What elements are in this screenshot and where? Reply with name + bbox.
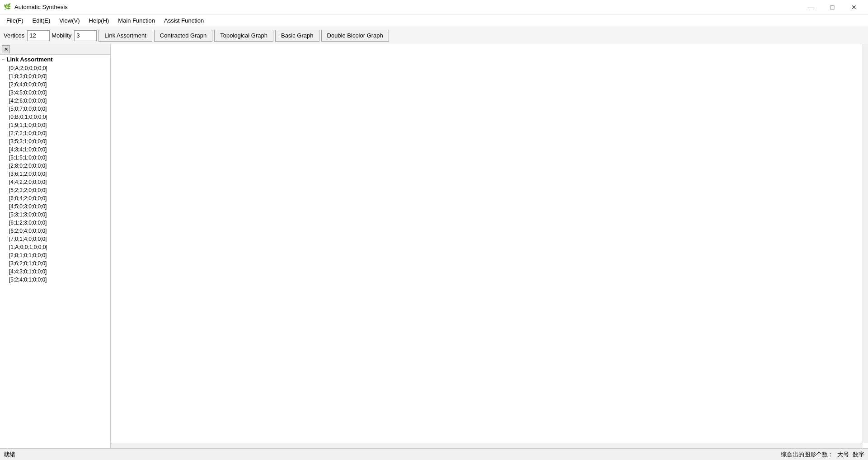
status-right: 综合出的图形个数： 大号 数字 xyxy=(781,451,864,459)
menu-edit[interactable]: Edit(E) xyxy=(28,15,55,26)
tree-item[interactable]: [3;6;1;2;0;0;0;0] xyxy=(0,170,110,178)
menu-file[interactable]: File(F) xyxy=(2,15,28,26)
tree-item[interactable]: [5;1;5;1;0;0;0;0] xyxy=(0,154,110,162)
tree-item[interactable]: [7;0;1;4;0;0;0;0] xyxy=(0,235,110,243)
title-bar: 🌿 Automatic Synthesis — □ ✕ xyxy=(0,0,868,14)
tree-item[interactable]: [0;A;2;0;0;0;0;0] xyxy=(0,64,110,72)
tree-item[interactable]: [4;4;3;0;1;0;0;0] xyxy=(0,268,110,276)
close-button[interactable]: ✕ xyxy=(844,0,864,14)
menu-view[interactable]: View(V) xyxy=(55,15,84,26)
vertical-scrollbar[interactable] xyxy=(863,44,868,443)
tree-item[interactable]: [2;7;2;1;0;0;0;0] xyxy=(0,129,110,137)
tree-item[interactable]: [1;A;0;0;1;0;0;0] xyxy=(0,243,110,251)
tree-item[interactable]: [4;2;6;0;0;0;0;0] xyxy=(0,97,110,105)
left-panel: ✕ − Link Assortment [0;A;2;0;0;0;0;0][1;… xyxy=(0,44,111,448)
contracted-graph-button[interactable]: Contracted Graph xyxy=(154,30,212,42)
basic-graph-button[interactable]: Basic Graph xyxy=(275,30,319,42)
mobility-input[interactable] xyxy=(74,30,97,41)
mobility-label: Mobility xyxy=(52,32,71,39)
tree-root-label: Link Assortment xyxy=(6,56,52,63)
status-ready: 就绪 xyxy=(4,451,15,459)
tree-item[interactable]: [3;5;3;1;0;0;0;0] xyxy=(0,137,110,146)
left-panel-close[interactable]: ✕ xyxy=(2,45,10,53)
tree-item[interactable]: [5;3;1;3;0;0;0;0] xyxy=(0,211,110,219)
link-assortment-button[interactable]: Link Assortment xyxy=(99,30,152,42)
menu-main-function[interactable]: Main Function xyxy=(113,15,160,26)
menu-bar: File(F) Edit(E) View(V) Help(H) Main Fun… xyxy=(0,14,868,27)
tree-item[interactable]: [2;8;1;0;1;0;0;0] xyxy=(0,251,110,259)
tree-item[interactable]: [3;4;5;0;0;0;0;0] xyxy=(0,89,110,97)
tree-item[interactable]: [5;0;7;0;0;0;0;0] xyxy=(0,105,110,113)
tree-item[interactable]: [2;8;0;2;0;0;0;0] xyxy=(0,162,110,170)
tree-item[interactable]: [3;6;2;0;1;0;0;0] xyxy=(0,259,110,268)
tree-item[interactable]: [6;0;4;2;0;0;0;0] xyxy=(0,194,110,202)
tree-item[interactable]: [4;3;4;1;0;0;0;0] xyxy=(0,146,110,154)
horizontal-scrollbar[interactable] xyxy=(111,443,863,448)
maximize-button[interactable]: □ xyxy=(822,0,843,14)
tree-item[interactable]: [1;8;3;0;0;0;0;0] xyxy=(0,72,110,80)
double-bicolor-graph-button[interactable]: Double Bicolor Graph xyxy=(321,30,389,42)
topological-graph-button[interactable]: Topological Graph xyxy=(214,30,273,42)
tree-item[interactable]: [4;5;0;3;0;0;0;0] xyxy=(0,202,110,211)
menu-assist-function[interactable]: Assist Function xyxy=(160,15,208,26)
title-bar-left: 🌿 Automatic Synthesis xyxy=(4,3,68,11)
tree-item[interactable]: [6;2;0;4;0;0;0;0] xyxy=(0,227,110,235)
minimize-button[interactable]: — xyxy=(800,0,821,14)
tree-item[interactable]: [2;6;4;0;0;0;0;0] xyxy=(0,80,110,89)
status-number-label: 数字 xyxy=(853,451,864,459)
tree-collapse-icon: − xyxy=(2,57,5,62)
tree-section[interactable]: − Link Assortment [0;A;2;0;0;0;0;0][1;8;… xyxy=(0,55,110,448)
tree-item[interactable]: [0;B;0;1;0;0;0;0] xyxy=(0,113,110,121)
tree-item[interactable]: [4;4;2;2;0;0;0;0] xyxy=(0,178,110,186)
menu-help[interactable]: Help(H) xyxy=(84,15,114,26)
main-area: ✕ − Link Assortment [0;A;2;0;0;0;0;0][1;… xyxy=(0,44,868,448)
tree-item[interactable]: [5;2;3;2;0;0;0;0] xyxy=(0,186,110,194)
title-bar-controls: — □ ✕ xyxy=(800,0,864,14)
tree-item[interactable]: [5;2;4;0;1;0;0;0] xyxy=(0,276,110,284)
tree-item[interactable]: [1;9;1;1;0;0;0;0] xyxy=(0,121,110,129)
tree-item[interactable]: [6;1;2;3;0;0;0;0] xyxy=(0,219,110,227)
right-panel xyxy=(111,44,868,448)
vertices-label: Vertices xyxy=(4,32,24,39)
status-bar: 就绪 综合出的图形个数： 大号 数字 xyxy=(0,448,868,460)
app-icon: 🌿 xyxy=(4,3,12,11)
tree-root[interactable]: − Link Assortment xyxy=(0,55,110,64)
app-title: Automatic Synthesis xyxy=(14,4,68,10)
toolbar: Vertices Mobility Link Assortment Contra… xyxy=(0,27,868,44)
vertices-input[interactable] xyxy=(27,30,50,41)
status-size-label: 大号 xyxy=(837,451,849,459)
status-count-label: 综合出的图形个数： xyxy=(781,451,834,459)
left-panel-header: ✕ xyxy=(0,44,110,55)
tree-items-container: [0;A;2;0;0;0;0;0][1;8;3;0;0;0;0;0][2;6;4… xyxy=(0,64,110,284)
